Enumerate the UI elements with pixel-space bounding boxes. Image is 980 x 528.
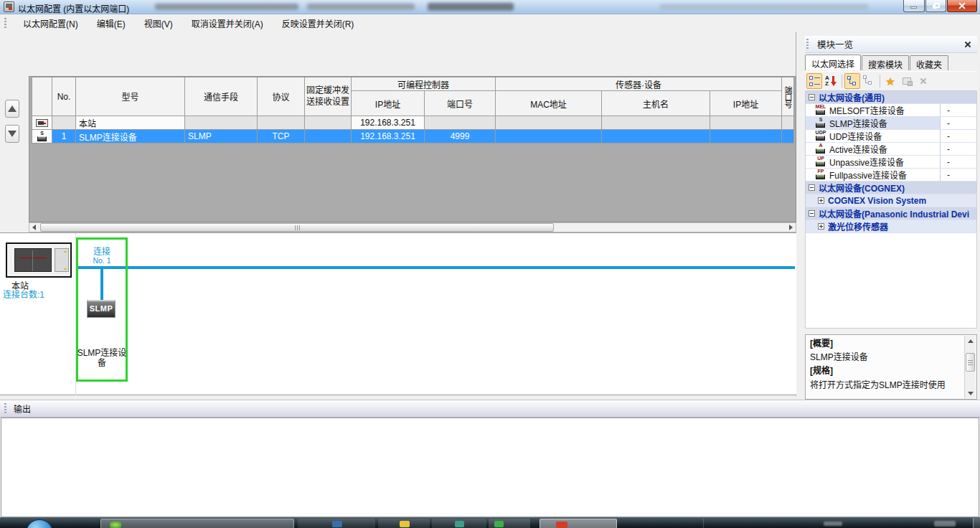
panel-grip (4, 403, 6, 415)
expand-tree-icon[interactable] (861, 73, 877, 89)
tree-item-fullpassive[interactable]: FP Fullpassive连接设备 - (806, 169, 976, 182)
tree-group-ethernet-general[interactable]: 以太网设备(通用) (806, 91, 976, 104)
scroll-right-arrow[interactable] (786, 223, 796, 232)
collapse-tree-icon[interactable] (844, 73, 860, 89)
window-title: 以太网配置 (内置以太网端口) (18, 2, 129, 14)
scroll-left-arrow[interactable] (29, 223, 39, 232)
detail-summary-tag: [概要] (810, 337, 962, 351)
module-panel-toolbar: AZ ★ (805, 71, 977, 90)
scrollbar-thumb[interactable] (40, 223, 554, 232)
tab-search-module[interactable]: 搜索模块 (862, 55, 909, 70)
toolbar-separator (880, 75, 880, 88)
app-icon (494, 521, 504, 527)
tab-ethernet-selection[interactable]: 以太网选择 (805, 55, 861, 70)
ethernet-configuration-window: 以太网配置 (内置以太网端口) 以太网配置(N) 编辑(E) 视图(V) 取消设… (0, 0, 980, 528)
module-detail-panel: [概要] SLMP连接设备 [规格] 将打开方式指定为SLMP连接时使用 (805, 334, 977, 400)
panel-close-icon[interactable] (963, 39, 973, 50)
device-table-pane: No. 型号 通信手段 协议 固定缓冲发送接收设置 可编程控制器 传感器·设备 … (29, 76, 796, 222)
active-device-icon: A (815, 143, 826, 154)
close-button[interactable] (947, 0, 977, 12)
udp-device-icon: UDP (815, 131, 826, 141)
taskbar-window-button[interactable] (100, 519, 294, 528)
expand-icon[interactable] (818, 223, 824, 230)
configuration-work-area: No. 型号 通信手段 协议 固定缓冲发送接收设置 可编程控制器 传感器·设备 … (0, 32, 796, 396)
minimize-button[interactable] (903, 0, 925, 12)
expand-icon[interactable] (818, 197, 824, 204)
delete-favorite-icon[interactable] (915, 73, 931, 89)
tree-subgroup-cognex-vision[interactable]: COGNEX Vision System (806, 194, 976, 207)
menu-apply-and-close[interactable]: 反映设置并关闭(R) (273, 15, 364, 32)
output-panel-body[interactable] (1, 418, 979, 517)
unpassive-device-icon: UP (815, 156, 826, 167)
tree-item-melsoft[interactable]: MEL MELSOFT连接设备 - (806, 104, 976, 117)
app-icon (110, 522, 121, 528)
taskbar-separator (703, 519, 704, 528)
clock-area[interactable] (934, 521, 956, 527)
slmp-device-icon: S (815, 118, 826, 128)
detail-vertical-scrollbar[interactable] (964, 336, 976, 398)
redacted-file-path (428, 3, 514, 11)
column-header-no: No. (52, 77, 76, 116)
collapse-icon[interactable] (809, 94, 815, 100)
module-tree: 以太网设备(通用) MEL MELSOFT连接设备 - S SLMP连接设备 -… (805, 90, 977, 329)
show-desktop-button[interactable] (973, 518, 980, 528)
scroll-up-arrow[interactable] (965, 336, 976, 346)
app-icon (400, 521, 410, 527)
column-header-plc-ip: IP地址 (352, 91, 425, 116)
column-header-fixed-buffer: 固定缓冲发送接收设置 (305, 77, 352, 116)
toolbar-separator (842, 75, 842, 88)
detail-summary-text: SLMP连接设备 (810, 351, 962, 364)
restore-button[interactable] (925, 0, 946, 12)
table-row-slmp-device-selected[interactable]: S 1 SLMP连接设备 SLMP TCP 192.168.3.251 4999 (32, 130, 794, 143)
redacted-title-text (660, 4, 868, 10)
module-panel-header: 模块一览 (805, 36, 977, 53)
tree-item-unpassive[interactable]: UP Unpassive连接设备 - (806, 156, 976, 169)
add-favorite-icon[interactable] (899, 73, 915, 89)
redacted-file-path (307, 4, 415, 10)
host-station-icon (32, 116, 52, 130)
column-header-protocol: 协议 (258, 77, 305, 116)
column-group-plc: 可编程控制器 (352, 77, 496, 91)
column-header-hostname: 主机名 (602, 91, 710, 116)
tree-group-cognex[interactable]: 以太网设备(COGNEX) (806, 182, 976, 194)
output-panel-title: 输出 (14, 402, 31, 415)
tree-group-panasonic[interactable]: 以太网设备(Panasonic Industrial Devi (806, 207, 976, 220)
scrollbar-thumb[interactable] (966, 353, 975, 372)
system-tray-icons[interactable] (824, 522, 842, 526)
scroll-down-arrow[interactable] (965, 388, 976, 398)
tab-favorites[interactable]: 收藏夹 (910, 55, 948, 70)
menu-cancel-and-close[interactable]: 取消设置并关闭(A) (182, 15, 273, 32)
move-row-down-button[interactable] (5, 125, 19, 143)
table-row-host-station[interactable]: 本站 192.168.3.251 (32, 116, 794, 130)
tree-subgroup-laser-displacement[interactable]: 激光位移传感器 (806, 220, 976, 233)
column-header-row-icon (32, 77, 52, 116)
melsoft-device-icon: MEL (815, 105, 826, 116)
slmp-device-node[interactable]: SLMP (87, 300, 116, 318)
column-header-comm: 通信手段 (185, 77, 258, 116)
tree-item-slmp-selected[interactable]: S SLMP连接设备 - (806, 117, 976, 130)
menu-edit[interactable]: 编辑(E) (88, 15, 135, 32)
start-button[interactable] (26, 519, 53, 528)
host-station-module-image[interactable] (6, 242, 72, 278)
table-horizontal-scrollbar[interactable] (29, 222, 796, 232)
slmp-device-label: SLMP连接设备 (76, 348, 128, 369)
taskbar-window-button[interactable] (298, 519, 375, 528)
tree-item-active[interactable]: A Active连接设备 - (806, 143, 976, 156)
sort-alphabetical-icon[interactable]: AZ (823, 73, 839, 89)
menu-ethernet-config[interactable]: 以太网配置(N) (14, 15, 88, 32)
favorites-star-icon[interactable]: ★ (882, 73, 898, 89)
tree-item-udp[interactable]: UDP UDP连接设备 - (806, 130, 976, 143)
column-header-sensor-port: 端口号 (782, 77, 794, 116)
move-row-up-button[interactable] (5, 100, 19, 118)
taskbar-window-button[interactable] (489, 519, 530, 528)
menu-view[interactable]: 视图(V) (135, 15, 182, 32)
taskbar-window-button[interactable] (432, 519, 486, 528)
module-list-panel: 模块一览 以太网选择 搜索模块 收藏夹 AZ (802, 32, 980, 400)
detail-spec-tag: [规格] (810, 364, 962, 378)
collapse-icon[interactable] (809, 210, 815, 217)
collapse-icon[interactable] (809, 184, 815, 191)
taskbar-window-button[interactable] (378, 519, 430, 528)
display-outline-icon[interactable] (806, 73, 822, 89)
detail-spec-text: 将打开方式指定为SLMP连接时使用 (810, 379, 962, 392)
taskbar-active-window-button[interactable] (540, 519, 617, 528)
